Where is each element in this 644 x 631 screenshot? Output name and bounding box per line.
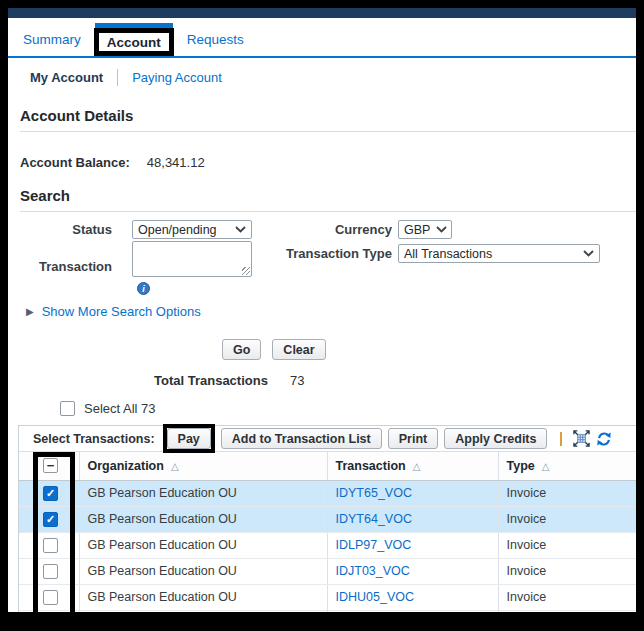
search-form: Status Open/pending Currency GBP Transac… xyxy=(20,220,636,327)
transactions-table: − Organization△ Transaction△ Type△ xyxy=(19,452,636,612)
show-more-search-options[interactable]: ▶ Show More Search Options xyxy=(26,304,201,319)
tab-bar: Summary Account Requests xyxy=(8,18,636,56)
total-transactions-value: 73 xyxy=(290,373,304,388)
row-transaction-link[interactable]: IDLP97_VOC xyxy=(336,538,412,552)
row-type: Invoice xyxy=(498,506,636,532)
detach-table-icon[interactable] xyxy=(573,430,590,447)
refresh-icon[interactable] xyxy=(596,431,612,447)
row-type: Invoice xyxy=(498,584,636,610)
currency-select-value: GBP xyxy=(404,223,430,237)
row-organization: GB Pearson Education OU xyxy=(79,558,327,584)
transactions-toolbar: Select Transactions: Pay Add to Transact… xyxy=(19,426,636,452)
select-transactions-label: Select Transactions: xyxy=(33,432,155,446)
column-header-transaction-label: Transaction xyxy=(336,459,406,473)
print-button[interactable]: Print xyxy=(388,428,438,449)
table-row: GB Pearson Education OU IDHU05_VOC Invoi… xyxy=(19,584,636,610)
transaction-type-label: Transaction Type xyxy=(260,246,392,261)
currency-label: Currency xyxy=(296,222,392,237)
account-balance-value: 48,341.12 xyxy=(147,155,205,170)
divider xyxy=(20,211,636,212)
clear-button[interactable]: Clear xyxy=(272,339,325,360)
row-checkbox[interactable] xyxy=(43,564,58,579)
toolbar-separator xyxy=(560,432,562,446)
row-transaction-link[interactable]: IDHU05_VOC xyxy=(336,590,415,604)
tab-summary[interactable]: Summary xyxy=(12,32,92,56)
info-icon[interactable]: i xyxy=(137,282,150,295)
row-organization: GB Pearson Education OU xyxy=(79,584,327,610)
column-header-organization[interactable]: Organization△ xyxy=(79,452,327,480)
status-select[interactable]: Open/pending xyxy=(132,220,252,239)
page-title: Account Details xyxy=(20,107,636,124)
chevron-down-icon xyxy=(583,250,594,257)
row-type: Invoice xyxy=(498,532,636,558)
tab-account[interactable]: Account xyxy=(99,32,169,54)
select-all-header-checkbox[interactable]: − xyxy=(43,458,58,473)
transactions-table-region: Select Transactions: Pay Add to Transact… xyxy=(18,425,636,612)
transaction-type-select-value: All Transactions xyxy=(404,247,492,261)
pay-button[interactable]: Pay xyxy=(167,428,211,449)
show-more-label: Show More Search Options xyxy=(42,304,201,319)
total-transactions-row: Total Transactions 73 xyxy=(154,373,636,388)
chevron-down-icon xyxy=(235,226,246,233)
currency-select[interactable]: GBP xyxy=(398,220,452,239)
subtab-divider xyxy=(117,69,118,86)
table-header-row: − Organization△ Transaction△ Type△ xyxy=(19,452,636,480)
row-transaction-link[interactable]: IDYT64_VOC xyxy=(336,512,412,526)
column-header-type-label: Type xyxy=(507,459,535,473)
table-row: GB Pearson Education OU IDHU04_VOC Invoi… xyxy=(19,610,636,612)
row-transaction-link[interactable]: IDJT03_VOC xyxy=(336,564,410,578)
row-transaction-link[interactable]: IDYT65_VOC xyxy=(336,486,412,500)
tab-requests[interactable]: Requests xyxy=(176,32,255,56)
transaction-type-select[interactable]: All Transactions xyxy=(398,244,600,263)
row-checkbox[interactable] xyxy=(43,590,58,605)
table-row: ✓ GB Pearson Education OU IDYT64_VOC Inv… xyxy=(19,506,636,532)
select-all-checkbox[interactable] xyxy=(60,401,75,416)
transactions-tbody: ✓ GB Pearson Education OU IDYT65_VOC Inv… xyxy=(19,480,636,612)
row-checkbox[interactable] xyxy=(43,538,58,553)
search-section-title: Search xyxy=(20,187,636,204)
tab-account-block: Account xyxy=(94,23,174,56)
total-transactions-label: Total Transactions xyxy=(154,373,268,388)
sort-ascending-icon[interactable]: △ xyxy=(542,461,550,472)
table-row: GB Pearson Education OU IDJT03_VOC Invoi… xyxy=(19,558,636,584)
divider xyxy=(20,131,636,132)
main-content: Account Details Account Balance: 48,341.… xyxy=(8,107,636,612)
expand-triangle-icon: ▶ xyxy=(26,306,34,317)
select-column-header: − xyxy=(19,452,79,480)
transaction-input[interactable] xyxy=(132,241,252,277)
row-type: Invoice xyxy=(498,480,636,506)
subtab-bar: My Account Paying Account xyxy=(8,58,636,86)
sort-ascending-icon[interactable]: △ xyxy=(171,461,179,472)
add-to-transaction-list-button[interactable]: Add to Transaction List xyxy=(221,428,382,449)
row-organization: GB Pearson Education OU xyxy=(79,610,327,612)
select-all-label: Select All 73 xyxy=(84,401,156,416)
column-header-type[interactable]: Type△ xyxy=(498,452,636,480)
search-actions: Go Clear xyxy=(222,339,636,360)
apply-credits-button[interactable]: Apply Credits xyxy=(444,428,547,449)
subtab-paying-account[interactable]: Paying Account xyxy=(132,70,222,85)
top-navy-bar xyxy=(8,8,636,18)
account-balance-label: Account Balance: xyxy=(20,155,130,170)
row-type: Invoice xyxy=(498,610,636,612)
table-row: ✓ GB Pearson Education OU IDYT65_VOC Inv… xyxy=(19,480,636,506)
row-type: Invoice xyxy=(498,558,636,584)
transaction-label: Transaction xyxy=(20,259,112,274)
select-all-row: Select All 73 xyxy=(60,401,636,416)
annotation-frame-pay-button: Pay xyxy=(163,424,215,453)
subtab-my-account[interactable]: My Account xyxy=(30,70,103,85)
status-label: Status xyxy=(20,222,112,237)
account-balance-row: Account Balance: 48,341.12 xyxy=(20,155,636,170)
table-row: GB Pearson Education OU IDLP97_VOC Invoi… xyxy=(19,532,636,558)
row-organization: GB Pearson Education OU xyxy=(79,532,327,558)
transaction-input-wrap xyxy=(132,241,252,277)
chevron-down-icon xyxy=(436,226,447,233)
row-organization: GB Pearson Education OU xyxy=(79,480,327,506)
status-select-value: Open/pending xyxy=(138,223,217,237)
sort-ascending-icon[interactable]: △ xyxy=(413,461,421,472)
column-header-organization-label: Organization xyxy=(88,459,164,473)
row-checkbox[interactable]: ✓ xyxy=(43,486,58,501)
annotation-frame-account-tab: Account xyxy=(94,28,174,56)
row-checkbox[interactable]: ✓ xyxy=(43,512,58,527)
go-button[interactable]: Go xyxy=(222,339,261,360)
column-header-transaction[interactable]: Transaction△ xyxy=(327,452,498,480)
